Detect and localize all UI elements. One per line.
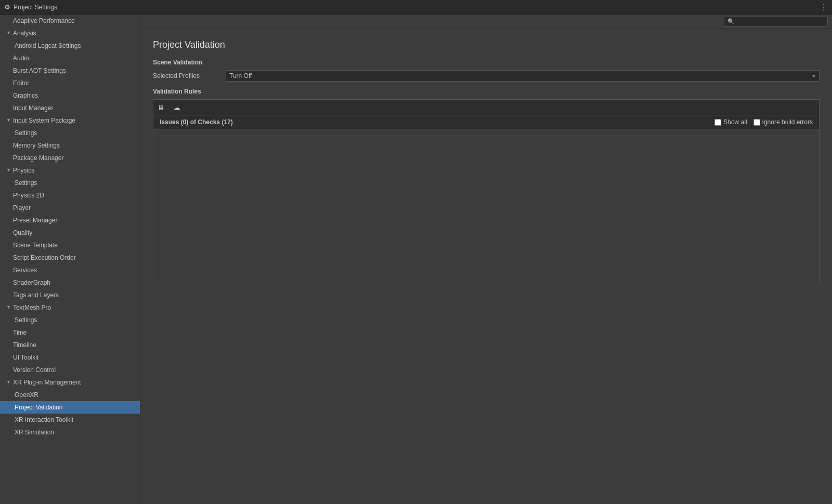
search-box: 🔍 <box>724 17 828 26</box>
sidebar-item-label: Android Logcat Settings <box>15 41 81 50</box>
validation-rules-label: Validation Rules <box>153 88 820 95</box>
sidebar-item-label: Graphics <box>13 91 38 100</box>
issues-text: Issues (0) of Checks (17) <box>160 118 233 126</box>
content-area: Project Validation Scene Validation Sele… <box>140 29 832 504</box>
selected-profiles-dropdown-wrapper: Turn OffARVRAll ▼ <box>226 70 820 82</box>
sidebar-item-memory-settings[interactable]: Memory Settings <box>0 139 140 152</box>
sidebar-item-label: Time <box>13 328 27 337</box>
sidebar-item-label: Script Execution Order <box>13 253 76 262</box>
platform-bar: 🖥 ☁ <box>153 99 820 115</box>
sidebar-item-label: Timeline <box>13 340 36 350</box>
sidebar-item-label: UI Toolkit <box>13 353 38 362</box>
sidebar-item-label: Input Manager <box>13 103 53 113</box>
sidebar-item-audio[interactable]: Audio <box>0 52 140 64</box>
sidebar-item-label: Audio <box>13 54 29 63</box>
show-all-text: Show all <box>723 118 747 126</box>
sidebar-item-label: Input System Package <box>13 116 75 125</box>
ignore-build-errors-checkbox[interactable] <box>753 119 760 126</box>
title-bar-title: Project Settings <box>14 4 57 11</box>
sidebar-item-label: Settings <box>15 128 37 138</box>
issues-bar: Issues (0) of Checks (17) Show all Ignor… <box>153 115 820 129</box>
triangle-icon: ▼ <box>6 167 11 174</box>
selected-profiles-dropdown[interactable]: Turn OffARVRAll <box>226 70 820 82</box>
sidebar-item-ui-toolkit[interactable]: UI Toolkit <box>0 351 140 364</box>
sidebar-item-label: Physics <box>13 166 34 175</box>
sidebar-item-project-validation[interactable]: Project Validation <box>0 401 140 414</box>
page-title: Project Validation <box>153 39 820 50</box>
sidebar-item-input-manager[interactable]: Input Manager <box>0 102 140 114</box>
sidebar-item-physics-settings[interactable]: Settings <box>0 177 140 189</box>
sidebar-item-xr-plug-in-management[interactable]: ▼XR Plug-in Management <box>0 376 140 389</box>
triangle-icon: ▼ <box>6 379 11 386</box>
sidebar-item-android-logcat-settings[interactable]: Android Logcat Settings <box>0 39 140 52</box>
triangle-icon: ▼ <box>6 30 11 37</box>
sidebar-item-time[interactable]: Time <box>0 326 140 339</box>
show-all-label[interactable]: Show all <box>714 118 747 126</box>
sidebar-item-textmesh-pro[interactable]: ▼TextMesh Pro <box>0 301 140 314</box>
sidebar-item-label: Preset Manager <box>13 216 57 225</box>
sidebar-item-label: ShaderGraph <box>13 278 50 287</box>
sidebar-item-label: Tags and Layers <box>13 290 59 300</box>
sidebar-item-label: Adaptive Performance <box>13 16 75 25</box>
sidebar-item-input-system-package[interactable]: ▼Input System Package <box>0 114 140 127</box>
sidebar-item-scene-template[interactable]: Scene Template <box>0 239 140 251</box>
issues-content <box>153 129 820 285</box>
sidebar-item-label: Services <box>13 266 37 275</box>
sidebar-item-preset-manager[interactable]: Preset Manager <box>0 214 140 227</box>
selected-profiles-row: Selected Profiles Turn OffARVRAll ▼ <box>153 70 820 82</box>
main-content: 🔍 Project Validation Scene Validation Se… <box>140 15 832 504</box>
sidebar-item-adaptive-performance[interactable]: Adaptive Performance <box>0 15 140 27</box>
sidebar-item-version-control[interactable]: Version Control <box>0 364 140 376</box>
cloud-platform-icon[interactable]: ☁ <box>173 103 180 112</box>
sidebar-item-input-system-settings[interactable]: Settings <box>0 127 140 139</box>
search-icon: 🔍 <box>727 18 735 25</box>
sidebar-item-label: Project Validation <box>15 403 63 412</box>
main-layout: Adaptive Performance▼AnalysisAndroid Log… <box>0 15 832 504</box>
sidebar-item-quality[interactable]: Quality <box>0 227 140 239</box>
sidebar-item-label: Physics 2D <box>13 191 44 200</box>
sidebar-item-label: Settings <box>15 178 37 188</box>
show-all-checkbox[interactable] <box>714 119 721 126</box>
sidebar-item-analysis[interactable]: ▼Analysis <box>0 27 140 39</box>
ignore-build-errors-label[interactable]: Ignore build errors <box>753 118 813 126</box>
sidebar-item-graphics[interactable]: Graphics <box>0 89 140 102</box>
sidebar-item-xr-simulation[interactable]: XR Simulation <box>0 426 140 439</box>
sidebar-item-label: Editor <box>13 78 29 88</box>
sidebar: Adaptive Performance▼AnalysisAndroid Log… <box>0 15 140 504</box>
triangle-icon: ▼ <box>6 304 11 311</box>
sidebar-item-editor[interactable]: Editor <box>0 77 140 89</box>
title-bar-menu[interactable]: ⋮ <box>820 2 828 12</box>
sidebar-item-player[interactable]: Player <box>0 202 140 214</box>
sidebar-item-script-execution-order[interactable]: Script Execution Order <box>0 251 140 264</box>
desktop-platform-icon[interactable]: 🖥 <box>158 103 165 112</box>
selected-profiles-label: Selected Profiles <box>153 72 226 79</box>
sidebar-item-physics-2d[interactable]: Physics 2D <box>0 189 140 202</box>
triangle-icon: ▼ <box>6 117 11 124</box>
sidebar-item-timeline[interactable]: Timeline <box>0 339 140 351</box>
top-bar: 🔍 <box>140 15 832 29</box>
settings-icon: ⚙ <box>4 3 10 11</box>
sidebar-item-xr-interaction-toolkit[interactable]: XR Interaction Toolkit <box>0 414 140 426</box>
ignore-build-errors-text: Ignore build errors <box>762 118 813 126</box>
sidebar-item-physics[interactable]: ▼Physics <box>0 164 140 177</box>
sidebar-item-shadergraph[interactable]: ShaderGraph <box>0 276 140 289</box>
sidebar-item-label: Burst AOT Settings <box>13 66 66 75</box>
sidebar-item-burst-aot-settings[interactable]: Burst AOT Settings <box>0 64 140 77</box>
sidebar-item-tags-and-layers[interactable]: Tags and Layers <box>0 289 140 301</box>
sidebar-item-package-manager[interactable]: Package Manager <box>0 152 140 164</box>
sidebar-item-label: XR Simulation <box>15 428 54 437</box>
sidebar-item-label: Player <box>13 203 31 213</box>
issues-controls: Show all Ignore build errors <box>714 118 813 126</box>
search-input[interactable] <box>737 19 824 25</box>
sidebar-item-label: Version Control <box>13 365 56 375</box>
sidebar-item-label: XR Interaction Toolkit <box>15 415 73 425</box>
sidebar-item-label: Scene Template <box>13 241 58 250</box>
sidebar-item-label: OpenXR <box>15 390 38 400</box>
sidebar-item-label: TextMesh Pro <box>13 303 51 312</box>
sidebar-item-openxr[interactable]: OpenXR <box>0 389 140 401</box>
sidebar-item-label: Package Manager <box>13 153 63 163</box>
sidebar-item-label: Settings <box>15 315 37 325</box>
sidebar-item-textmesh-settings[interactable]: Settings <box>0 314 140 326</box>
sidebar-item-services[interactable]: Services <box>0 264 140 276</box>
sidebar-item-label: Memory Settings <box>13 141 60 150</box>
